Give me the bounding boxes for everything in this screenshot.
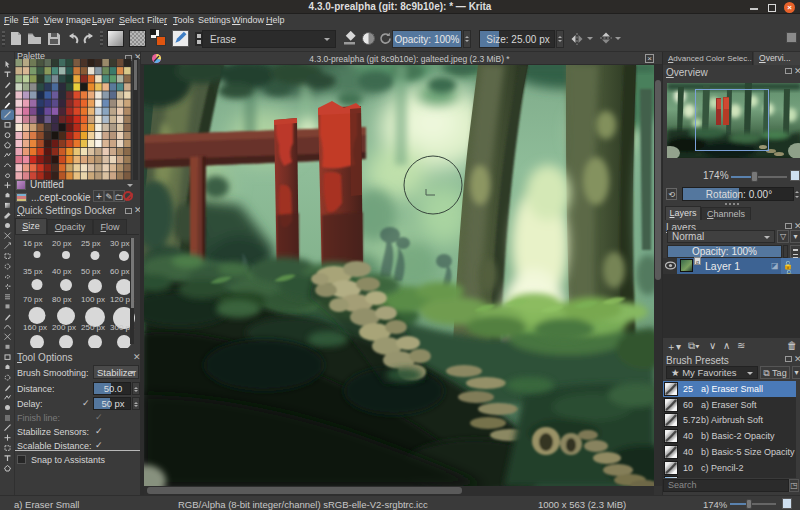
svg-text:200 px: 200 px xyxy=(52,323,76,332)
svg-text:250 px: 250 px xyxy=(81,323,105,332)
svg-text:80 px: 80 px xyxy=(52,295,72,304)
svg-text:60 px: 60 px xyxy=(110,267,130,276)
svg-text:35 px: 35 px xyxy=(23,267,43,276)
svg-text:20 px: 20 px xyxy=(52,239,72,248)
svg-text:40 px: 40 px xyxy=(52,267,72,276)
svg-text:50 px: 50 px xyxy=(81,267,101,276)
svg-text:16 px: 16 px xyxy=(23,239,43,248)
svg-text:100 px: 100 px xyxy=(81,295,105,304)
svg-text:25 px: 25 px xyxy=(81,239,101,248)
svg-text:30 px: 30 px xyxy=(110,239,130,248)
svg-text:160 px: 160 px xyxy=(23,323,47,332)
svg-text:70 px: 70 px xyxy=(23,295,43,304)
